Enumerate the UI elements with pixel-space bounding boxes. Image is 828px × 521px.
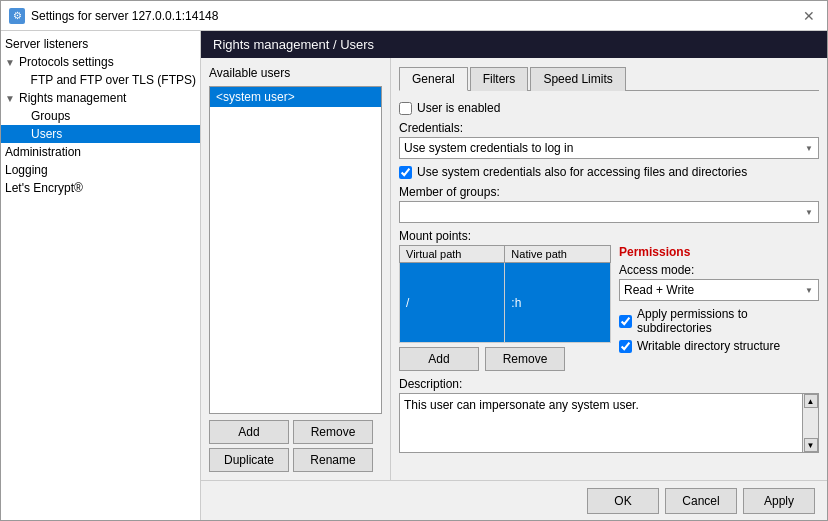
tab-general[interactable]: General xyxy=(399,67,468,91)
apply-subdirs-checkbox[interactable] xyxy=(619,315,632,328)
bottom-bar: OK Cancel Apply xyxy=(201,480,827,520)
users-row-2: Duplicate Rename xyxy=(209,448,382,472)
user-enabled-label: User is enabled xyxy=(417,101,500,115)
writable-dir-checkbox[interactable] xyxy=(619,340,632,353)
close-button[interactable]: ✕ xyxy=(799,6,819,26)
sidebar-label-logging: Logging xyxy=(5,163,48,177)
rename-user-button[interactable]: Rename xyxy=(293,448,373,472)
col-native-path: Native path xyxy=(505,246,611,263)
apply-subdirs-label: Apply permissions to subdirectories xyxy=(637,307,819,335)
desc-scrollbar: ▲ ▼ xyxy=(803,393,819,453)
apply-button[interactable]: Apply xyxy=(743,488,815,514)
description-textarea[interactable] xyxy=(399,393,803,453)
user-enabled-checkbox[interactable] xyxy=(399,102,412,115)
sidebar-label-rights-management: Rights management xyxy=(19,91,126,105)
title-bar: ⚙ Settings for server 127.0.0.1:14148 ✕ xyxy=(1,1,827,31)
tab-filters[interactable]: Filters xyxy=(470,67,529,91)
sidebar-item-logging[interactable]: Logging xyxy=(1,161,200,179)
main-window: ⚙ Settings for server 127.0.0.1:14148 ✕ … xyxy=(0,0,828,521)
cancel-button[interactable]: Cancel xyxy=(665,488,737,514)
expander-rights-management: ▼ xyxy=(5,93,17,104)
mount-buttons: Add Remove xyxy=(399,347,611,371)
tab-speed-limits[interactable]: Speed Limits xyxy=(530,67,625,91)
sidebar-label-lets-encrypt: Let's Encrypt® xyxy=(5,181,83,195)
scroll-up-arrow[interactable]: ▲ xyxy=(804,394,818,408)
add-user-button[interactable]: Add xyxy=(209,420,289,444)
mount-table-body: / :h xyxy=(400,263,611,343)
title-bar-left: ⚙ Settings for server 127.0.0.1:14148 xyxy=(9,8,218,24)
tab-bar: General Filters Speed Limits xyxy=(399,66,819,91)
sidebar-item-ftp-ftps[interactable]: FTP and FTP over TLS (FTPS) xyxy=(1,71,200,89)
credentials-dropdown-wrapper: Use system credentials to log in Custom … xyxy=(399,137,819,159)
sidebar-item-lets-encrypt[interactable]: Let's Encrypt® xyxy=(1,179,200,197)
mount-row[interactable]: / :h xyxy=(400,263,611,343)
users-buttons: Add Remove Duplicate Rename xyxy=(209,420,382,472)
users-list[interactable]: <system user> xyxy=(209,86,382,414)
ok-button[interactable]: OK xyxy=(587,488,659,514)
apply-subdirs-row: Apply permissions to subdirectories xyxy=(619,307,819,335)
member-of-groups-label: Member of groups: xyxy=(399,185,819,199)
remove-mount-button[interactable]: Remove xyxy=(485,347,565,371)
credentials-label: Credentials: xyxy=(399,121,819,135)
app-icon: ⚙ xyxy=(9,8,25,24)
settings-panel: General Filters Speed Limits User is ena… xyxy=(391,58,827,480)
duplicate-user-button[interactable]: Duplicate xyxy=(209,448,289,472)
content-area: Server listeners▼ Protocols settings FTP… xyxy=(1,31,827,520)
sidebar: Server listeners▼ Protocols settings FTP… xyxy=(1,31,201,520)
sidebar-label-groups: Groups xyxy=(31,109,70,123)
remove-user-button[interactable]: Remove xyxy=(293,420,373,444)
sidebar-label-users: Users xyxy=(31,127,62,141)
credentials-dropdown[interactable]: Use system credentials to log in Custom … xyxy=(399,137,819,159)
col-virtual-path: Virtual path xyxy=(400,246,505,263)
mount-section: Virtual path Native path / :h xyxy=(399,245,819,371)
permissions-panel: Permissions Access mode: Read + Write Re… xyxy=(619,245,819,371)
sidebar-label-ftp-ftps: FTP and FTP over TLS (FTPS) xyxy=(31,73,196,87)
system-creds-row: Use system credentials also for accessin… xyxy=(399,165,819,179)
mount-virtual-path: / xyxy=(400,263,505,343)
access-mode-dropdown-wrapper: Read + Write Read Only Write Only xyxy=(619,279,819,301)
sidebar-item-protocols-settings[interactable]: ▼ Protocols settings xyxy=(1,53,200,71)
user-item-system[interactable]: <system user> xyxy=(210,87,381,107)
description-section: Description: ▲ ▼ xyxy=(399,377,819,453)
groups-dropdown[interactable] xyxy=(399,201,819,223)
window-title: Settings for server 127.0.0.1:14148 xyxy=(31,9,218,23)
sidebar-label-server-listeners: Server listeners xyxy=(5,37,88,51)
access-mode-dropdown[interactable]: Read + Write Read Only Write Only xyxy=(619,279,819,301)
system-creds-checkbox[interactable] xyxy=(399,166,412,179)
mount-table: Virtual path Native path / :h xyxy=(399,245,611,343)
panel-body: Available users <system user> Add Remove… xyxy=(201,58,827,480)
access-mode-label: Access mode: xyxy=(619,263,819,277)
permissions-title: Permissions xyxy=(619,245,819,259)
groups-dropdown-wrapper xyxy=(399,201,819,223)
mount-left: Virtual path Native path / :h xyxy=(399,245,611,371)
users-panel: Available users <system user> Add Remove… xyxy=(201,58,391,480)
mount-native-path: :h xyxy=(505,263,611,343)
expander-protocols-settings: ▼ xyxy=(5,57,17,68)
user-enabled-row: User is enabled xyxy=(399,101,819,115)
sidebar-item-administration[interactable]: Administration xyxy=(1,143,200,161)
sidebar-label-administration: Administration xyxy=(5,145,81,159)
member-of-groups-section: Member of groups: xyxy=(399,185,819,223)
sidebar-item-groups[interactable]: Groups xyxy=(1,107,200,125)
sidebar-item-users[interactable]: Users xyxy=(1,125,200,143)
main-panel: Rights management / Users Available user… xyxy=(201,31,827,520)
mount-points-label: Mount points: xyxy=(399,229,819,243)
writable-dir-label: Writable directory structure xyxy=(637,339,780,353)
writable-dir-row: Writable directory structure xyxy=(619,339,819,353)
add-mount-button[interactable]: Add xyxy=(399,347,479,371)
sidebar-item-rights-management[interactable]: ▼ Rights management xyxy=(1,89,200,107)
credentials-section: Credentials: Use system credentials to l… xyxy=(399,121,819,159)
system-creds-label: Use system credentials also for accessin… xyxy=(417,165,747,179)
sidebar-label-protocols-settings: Protocols settings xyxy=(19,55,114,69)
desc-scroll-wrapper: ▲ ▼ xyxy=(399,393,819,453)
mount-points-section: Mount points: Virtual path Native path xyxy=(399,229,819,371)
users-row-1: Add Remove xyxy=(209,420,382,444)
panel-header: Rights management / Users xyxy=(201,31,827,58)
available-users-label: Available users xyxy=(209,66,382,80)
sidebar-item-server-listeners[interactable]: Server listeners xyxy=(1,35,200,53)
description-label: Description: xyxy=(399,377,819,391)
scroll-down-arrow[interactable]: ▼ xyxy=(804,438,818,452)
